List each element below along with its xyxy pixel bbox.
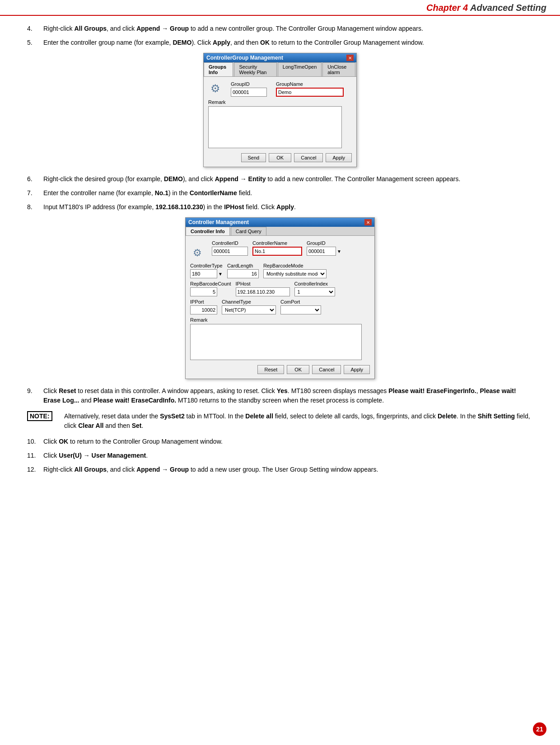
cg-ok-button[interactable]: OK: [269, 153, 291, 162]
cg-dialog-tabs: Groups Info Security Weekly Plan LongTim…: [204, 62, 356, 77]
cm-ip-port-field: IPPort: [190, 299, 217, 314]
cm-group-id-field: GroupID ▼: [307, 240, 341, 256]
cm-group-id-label: GroupID: [307, 240, 341, 246]
cm-remark-label: Remark: [190, 317, 370, 323]
cm-row3: RepBarcodeCount IPHost ControllerIndex 1: [190, 281, 370, 296]
cm-dialog-close-button[interactable]: ✕: [364, 219, 372, 225]
step-number: 12.: [27, 465, 43, 474]
cm-ip-port-input[interactable]: [190, 305, 217, 314]
step-number: 9.: [27, 386, 43, 405]
cm-remark-section: Remark: [190, 317, 370, 361]
cm-rep-barcode-count-input[interactable]: [190, 287, 217, 296]
cg-dialog: ControllerGroup Management ✕ Groups Info…: [203, 53, 357, 167]
cg-icon: ⚙: [208, 81, 223, 96]
cg-group-id-label: GroupID: [231, 81, 267, 87]
cm-card-length-field: CardLength: [227, 263, 259, 278]
step-text: Click OK to return to the Controller Gro…: [43, 437, 533, 446]
cg-icon-row: ⚙ GroupID GroupName: [208, 81, 352, 97]
note-text: Alternatively, reset data under the SysS…: [64, 412, 533, 431]
cm-controller-type-dropdown-icon: ▼: [218, 272, 223, 276]
cm-controller-type-input[interactable]: [190, 269, 217, 278]
list-item: 9. Click Reset to reset data in this con…: [27, 386, 533, 405]
cg-group-name-field: GroupName: [276, 81, 344, 97]
list-item: 4. Right-click All Groups, and click App…: [27, 24, 533, 33]
cm-com-port-label: ComPort: [280, 299, 321, 305]
cm-com-port-field: ComPort: [280, 299, 321, 314]
step-number: 10.: [27, 437, 43, 446]
cm-dialog-title: Controller Management: [188, 219, 249, 225]
cm-controller-name-input[interactable]: [252, 247, 302, 256]
cm-controller-id-input[interactable]: [212, 247, 248, 256]
cm-remark-textarea[interactable]: [190, 324, 362, 360]
list-item: 12. Right-click All Groups, and click Ap…: [27, 465, 533, 474]
cg-apply-button[interactable]: Apply: [326, 153, 352, 162]
step-text: Click User(U) → User Management.: [43, 451, 533, 460]
list-item: 11. Click User(U) → User Management.: [27, 451, 533, 460]
cg-dialog-title: ControllerGroup Management: [206, 55, 283, 61]
cm-row4: IPPort ChannelType Net(TCP) ComPort: [190, 299, 370, 314]
cm-controller-index-field: ControllerIndex 1: [294, 281, 335, 296]
cm-ip-host-field: IPHost: [236, 281, 290, 296]
cg-group-name-input[interactable]: [276, 88, 344, 97]
cg-remark-section: Remark: [208, 99, 352, 150]
cm-card-length-input[interactable]: [227, 269, 259, 278]
cm-ip-host-input[interactable]: [236, 287, 290, 296]
cm-channel-type-field: ChannelType Net(TCP): [222, 299, 276, 314]
cm-tab-card-query[interactable]: Card Query: [231, 227, 266, 235]
cg-group-id-field: GroupID: [231, 81, 267, 97]
cm-dialog-body: ⚙ ControllerID ControllerName: [186, 236, 374, 379]
step-number: 8.: [27, 202, 43, 212]
cg-dialog-close-button[interactable]: ✕: [346, 55, 354, 61]
step-text: Input MT180's IP address (for example, 1…: [43, 202, 533, 212]
cm-dialog-buttons: Reset OK Cancel Apply: [190, 365, 370, 374]
cm-row1: ⚙ ControllerID ControllerName: [190, 240, 370, 260]
cm-controller-index-label: ControllerIndex: [294, 281, 335, 286]
step-text: Enter the controller name (for example, …: [43, 188, 533, 198]
cm-rep-barcode-mode-select[interactable]: Monthly substitute mode: [263, 269, 327, 278]
cm-rep-barcode-count-field: RepBarcodeCount: [190, 281, 231, 296]
cm-row2: ControllerType ▼ CardLength RepBarcodeMo…: [190, 263, 370, 278]
cg-dialog-container: ControllerGroup Management ✕ Groups Info…: [27, 53, 533, 167]
note-label: NOTE:: [27, 411, 52, 421]
cg-dialog-buttons: Send OK Cancel Apply: [208, 153, 352, 162]
cm-icon: ⚙: [190, 246, 205, 260]
page-header: Chapter 4 Advanced Setting: [0, 0, 560, 16]
page-number: 21: [533, 722, 546, 736]
cm-dialog-tabs: Controller Info Card Query: [186, 227, 374, 236]
cm-ok-button[interactable]: OK: [287, 365, 309, 374]
cg-group-id-input[interactable]: [231, 88, 267, 97]
cm-reset-button[interactable]: Reset: [257, 365, 284, 374]
cm-group-id-input[interactable]: [307, 247, 336, 256]
step-number: 11.: [27, 451, 43, 460]
cg-remark-label: Remark: [208, 99, 352, 105]
list-item: 10. Click OK to return to the Controller…: [27, 437, 533, 446]
cm-rep-barcode-mode-label: RepBarcodeMode: [263, 263, 327, 268]
cm-group-id-dropdown-icon: ▼: [337, 249, 341, 254]
cg-remark-textarea[interactable]: [208, 106, 342, 148]
cm-apply-button[interactable]: Apply: [344, 365, 370, 374]
cg-tab-security[interactable]: Security Weekly Plan: [234, 62, 276, 76]
cg-send-button[interactable]: Send: [241, 153, 266, 162]
cm-dialog-titlebar: Controller Management ✕: [186, 218, 374, 227]
cg-cancel-button[interactable]: Cancel: [294, 153, 323, 162]
cg-group-name-label: GroupName: [276, 81, 344, 87]
cm-cancel-button[interactable]: Cancel: [312, 365, 341, 374]
cm-controller-type-field: ControllerType ▼: [190, 263, 223, 278]
step-number: 5.: [27, 38, 43, 47]
cg-tab-unclose[interactable]: UnClose alarm: [322, 62, 355, 76]
cm-tab-controller-info[interactable]: Controller Info: [186, 227, 230, 235]
cm-ip-port-label: IPPort: [190, 299, 217, 305]
cg-tab-groups-info[interactable]: Groups Info: [204, 62, 233, 76]
cm-ip-host-label: IPHost: [236, 281, 290, 286]
step-number: 4.: [27, 24, 43, 33]
cm-controller-id-label: ControllerID: [212, 240, 248, 246]
cm-dialog-container: Controller Management ✕ Controller Info …: [27, 217, 533, 379]
cm-card-length-label: CardLength: [227, 263, 259, 268]
cm-channel-type-select[interactable]: Net(TCP): [222, 305, 276, 314]
list-item: 5. Enter the controller group name (for …: [27, 38, 533, 47]
cm-com-port-select[interactable]: [280, 305, 321, 314]
cm-controller-index-select[interactable]: 1: [294, 287, 335, 296]
step-text: Click Reset to reset data in this contro…: [43, 386, 533, 405]
cg-tab-longtime[interactable]: LongTimeOpen: [278, 62, 322, 76]
list-item: 8. Input MT180's IP address (for example…: [27, 202, 533, 212]
